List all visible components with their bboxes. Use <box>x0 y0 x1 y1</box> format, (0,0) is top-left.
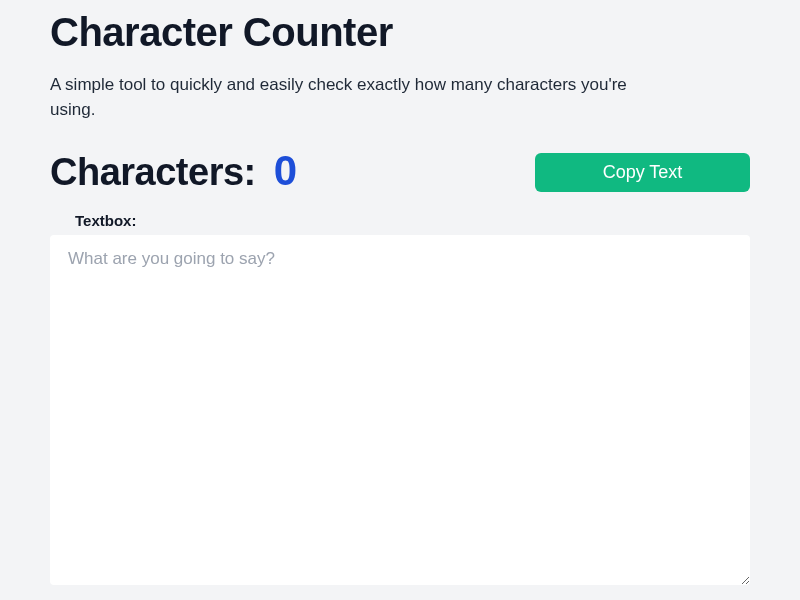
counter-display: Characters: 0 <box>50 150 297 194</box>
counter-label: Characters: <box>50 151 256 194</box>
counter-value: 0 <box>274 150 297 192</box>
character-input[interactable] <box>50 235 750 585</box>
page-description: A simple tool to quickly and easily chec… <box>50 73 630 122</box>
copy-text-button[interactable]: Copy Text <box>535 153 750 192</box>
textbox-label: Textbox: <box>75 212 750 229</box>
counter-row: Characters: 0 Copy Text <box>50 150 750 194</box>
page-title: Character Counter <box>50 10 750 55</box>
